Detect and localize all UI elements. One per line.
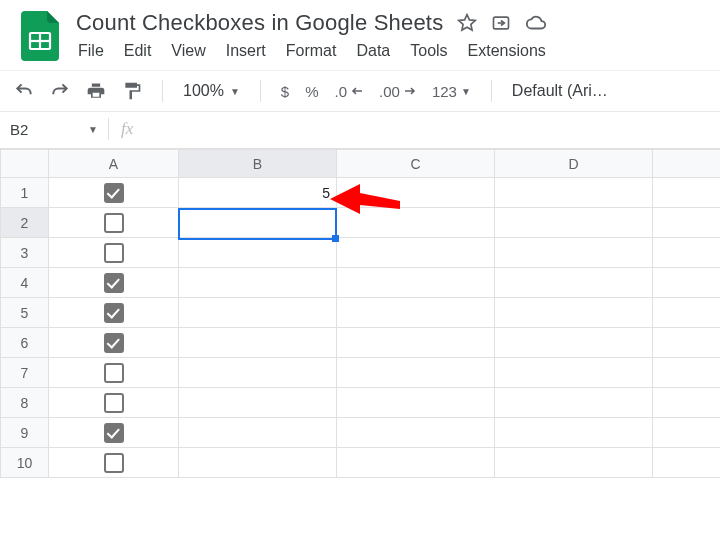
cell[interactable] [49, 178, 179, 208]
menu-insert[interactable]: Insert [226, 42, 266, 60]
format-percent-button[interactable]: % [305, 83, 318, 100]
undo-icon[interactable] [14, 81, 34, 101]
cell[interactable] [653, 358, 721, 388]
cell[interactable] [179, 388, 337, 418]
column-header[interactable]: D [495, 150, 653, 178]
cell[interactable] [337, 328, 495, 358]
cell[interactable] [49, 418, 179, 448]
cell[interactable] [337, 208, 495, 238]
cell[interactable] [653, 388, 721, 418]
format-currency-button[interactable]: $ [281, 83, 289, 100]
cell[interactable] [49, 268, 179, 298]
cell[interactable] [495, 358, 653, 388]
cell[interactable] [495, 388, 653, 418]
print-icon[interactable] [86, 81, 106, 101]
row-header[interactable]: 4 [1, 268, 49, 298]
checkbox[interactable] [104, 333, 124, 353]
cell[interactable] [495, 298, 653, 328]
cell[interactable] [495, 178, 653, 208]
cell[interactable] [179, 208, 337, 238]
cell[interactable] [337, 238, 495, 268]
cell[interactable] [179, 268, 337, 298]
cell[interactable] [179, 358, 337, 388]
cell[interactable] [337, 268, 495, 298]
cell[interactable] [495, 208, 653, 238]
cell[interactable] [337, 178, 495, 208]
menu-data[interactable]: Data [356, 42, 390, 60]
column-header[interactable]: A [49, 150, 179, 178]
row-header[interactable]: 9 [1, 418, 49, 448]
checkbox[interactable] [104, 393, 124, 413]
cell[interactable] [179, 238, 337, 268]
checkbox[interactable] [104, 423, 124, 443]
row-header[interactable]: 2 [1, 208, 49, 238]
checkbox[interactable] [104, 213, 124, 233]
menu-view[interactable]: View [171, 42, 205, 60]
cell[interactable] [49, 238, 179, 268]
cell[interactable] [337, 418, 495, 448]
cloud-status-icon[interactable] [525, 13, 547, 33]
move-icon[interactable] [491, 13, 511, 33]
row-header[interactable]: 1 [1, 178, 49, 208]
decrease-decimal-button[interactable]: .0 [335, 83, 364, 100]
cell[interactable] [49, 448, 179, 478]
cell[interactable] [179, 418, 337, 448]
checkbox[interactable] [104, 243, 124, 263]
cell[interactable] [495, 268, 653, 298]
redo-icon[interactable] [50, 81, 70, 101]
cell[interactable] [49, 328, 179, 358]
select-all-corner[interactable] [1, 150, 49, 178]
checkbox[interactable] [104, 363, 124, 383]
cell[interactable] [653, 418, 721, 448]
menu-format[interactable]: Format [286, 42, 337, 60]
cell[interactable] [653, 208, 721, 238]
cell[interactable] [49, 358, 179, 388]
cell[interactable] [653, 448, 721, 478]
menu-edit[interactable]: Edit [124, 42, 152, 60]
menu-extensions[interactable]: Extensions [468, 42, 546, 60]
checkbox[interactable] [104, 183, 124, 203]
cell[interactable] [495, 328, 653, 358]
number-format-dropdown[interactable]: 123 ▼ [432, 83, 471, 100]
star-icon[interactable] [457, 13, 477, 33]
cell[interactable] [179, 328, 337, 358]
menu-file[interactable]: File [78, 42, 104, 60]
column-header[interactable] [653, 150, 721, 178]
row-header[interactable]: 6 [1, 328, 49, 358]
cell[interactable] [495, 238, 653, 268]
cell[interactable] [179, 448, 337, 478]
zoom-dropdown[interactable]: 100% ▼ [183, 82, 240, 100]
increase-decimal-button[interactable]: .00 [379, 83, 416, 100]
checkbox[interactable] [104, 303, 124, 323]
row-header[interactable]: 7 [1, 358, 49, 388]
document-title[interactable]: Count Checkboxes in Google Sheets [76, 10, 443, 36]
cell[interactable] [337, 358, 495, 388]
paint-format-icon[interactable] [122, 81, 142, 101]
column-header[interactable]: C [337, 150, 495, 178]
row-header[interactable]: 3 [1, 238, 49, 268]
menu-tools[interactable]: Tools [410, 42, 447, 60]
cell[interactable] [49, 298, 179, 328]
name-box[interactable]: B2 ▼ [10, 121, 108, 138]
cell[interactable] [337, 298, 495, 328]
cell[interactable] [337, 448, 495, 478]
checkbox[interactable] [104, 453, 124, 473]
cell[interactable] [495, 448, 653, 478]
row-header[interactable]: 10 [1, 448, 49, 478]
cell[interactable] [653, 328, 721, 358]
cell[interactable] [49, 388, 179, 418]
cell[interactable] [49, 208, 179, 238]
cell[interactable] [337, 388, 495, 418]
cell[interactable]: 5 [179, 178, 337, 208]
font-dropdown[interactable]: Default (Ari… [512, 82, 608, 100]
cell[interactable] [653, 178, 721, 208]
checkbox[interactable] [104, 273, 124, 293]
row-header[interactable]: 5 [1, 298, 49, 328]
column-header[interactable]: B [179, 150, 337, 178]
row-header[interactable]: 8 [1, 388, 49, 418]
cell[interactable] [179, 298, 337, 328]
cell[interactable] [495, 418, 653, 448]
cell[interactable] [653, 238, 721, 268]
cell[interactable] [653, 268, 721, 298]
cell[interactable] [653, 298, 721, 328]
